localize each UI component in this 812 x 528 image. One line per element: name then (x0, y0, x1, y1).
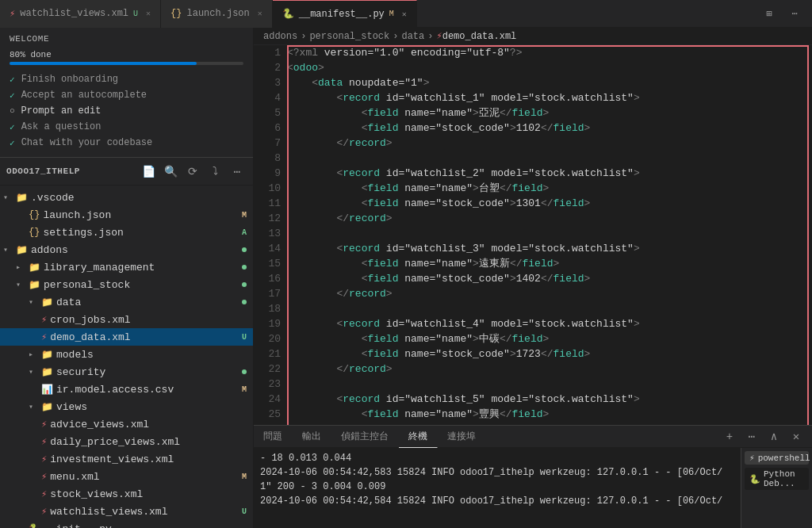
sidebar-item-data[interactable]: ▾ 📁 data (0, 293, 253, 311)
file-label: advice_views.xml (50, 419, 253, 430)
new-folder-button[interactable]: 🔍 (161, 162, 180, 181)
panel-tab-ports[interactable]: 連接埠 (438, 426, 486, 448)
tab-manifest-py[interactable]: 🐍 __manifest__.py M ✕ (273, 0, 417, 28)
checklist-autocomplete[interactable]: ✓ Accept an autocomplete (10, 87, 243, 103)
csv-icon: 📊 (41, 384, 53, 396)
folder-icon: 📁 (29, 262, 40, 274)
code-body[interactable]: <?xml version="1.0" encoding="utf-8"?><o… (287, 45, 812, 425)
sidebar-item-stock-views-xml[interactable]: ⚡ stock_views.xml (0, 485, 253, 503)
sidebar-toolbar: ODOO17_ITHELP 📄 🔍 ⟳ ⤵ ⋯ (0, 158, 253, 186)
breadcrumb-addons[interactable]: addons (263, 31, 297, 42)
new-file-button[interactable]: 📄 (139, 162, 158, 181)
sidebar-item-daily-price-views-xml[interactable]: ⚡ daily_price_views.xml (0, 433, 253, 450)
checklist-prompt-edit[interactable]: ○ Prompt an edit (10, 103, 243, 119)
file-label: data (56, 297, 242, 308)
chevron-down-icon: ▾ (3, 193, 16, 202)
sidebar-item-menu-xml[interactable]: ⚡ menu.xml M (0, 468, 253, 485)
untracked-badge: U (242, 507, 247, 516)
checklist-ask-question[interactable]: ✓ Ask a question (10, 119, 243, 135)
sidebar-item-demo-data-xml[interactable]: ⚡ demo_data.xml U (0, 328, 253, 346)
panel-tab-terminal[interactable]: 終機 (399, 426, 438, 448)
sidebar-item-cron-jobs-xml[interactable]: ⚡ cron_jobs.xml (0, 311, 253, 328)
check-icon: ✓ (10, 122, 15, 132)
tab-label: watchlist_views.xml (20, 8, 128, 19)
file-label: .vscode (31, 192, 253, 204)
rss-icon: ⚡ (41, 488, 47, 500)
file-label: addons (31, 244, 242, 256)
tab-watchlist-views[interactable]: ⚡ watchlist_views.xml U ✕ (0, 0, 161, 28)
file-label: menu.xml (50, 471, 242, 483)
file-label: cron_jobs.xml (50, 314, 253, 326)
checklist-finish-onboarding[interactable]: ✓ Finish onboarding (10, 71, 243, 87)
tab-close-icon[interactable]: ✕ (146, 9, 151, 18)
panel-tab-problems[interactable]: 問題 (254, 426, 293, 448)
rss-icon: ⚡ (41, 314, 47, 326)
circle-icon: ○ (10, 106, 15, 116)
more-options-button[interactable]: ⋯ (228, 162, 247, 181)
split-editor-button[interactable]: ⊞ (758, 2, 780, 25)
code-editor[interactable]: 1234567891011121314151617181920212223242… (254, 45, 812, 425)
file-label: views (56, 401, 253, 413)
sidebar-item-settings-json[interactable]: {} settings.json A (0, 224, 253, 241)
sidebar-item-library-management[interactable]: ▸ 📁 library_management (0, 258, 253, 276)
sidebar-item-vscode[interactable]: ▾ 📁 .vscode (0, 189, 253, 206)
rss-icon: ⚡ (41, 506, 47, 518)
file-label: daily_price_views.xml (50, 436, 253, 448)
sidebar-item-personal-stock[interactable]: ▾ 📁 personal_stock (0, 276, 253, 293)
rss-icon: ⚡ (41, 436, 47, 448)
breadcrumb: addons › personal_stock › data › ⚡ demo_… (254, 28, 812, 45)
rss-icon: ⚡ (10, 8, 15, 20)
sidebar-item-views[interactable]: ▾ 📁 views (0, 398, 253, 415)
tab-close-icon[interactable]: ✕ (258, 9, 262, 18)
sidebar-item-security[interactable]: ▾ 📁 security (0, 363, 253, 381)
file-label: demo_data.xml (50, 331, 242, 343)
tab-close-icon[interactable]: ✕ (402, 10, 407, 19)
panel-output[interactable]: - 18 0.013 0.0442024-10-06 00:54:42,583 … (254, 448, 741, 528)
sidebar-item-ir-model-access-csv[interactable]: 📊 ir.model.access.csv M (0, 381, 253, 398)
panel-right-sidebar: ⚡ powershell 🐍 Python Deb... (741, 448, 812, 528)
file-label: settings.json (43, 227, 242, 239)
checklist-chat-codebase[interactable]: ✓ Chat with your codebase (10, 135, 243, 151)
maximize-panel-button[interactable]: ∧ (764, 427, 783, 446)
rss-icon: ⚡ (41, 331, 47, 343)
close-panel-button[interactable]: ✕ (787, 427, 806, 446)
editor-area: addons › personal_stock › data › ⚡ demo_… (254, 28, 812, 528)
refresh-button[interactable]: ⟳ (183, 162, 202, 181)
modified-dot (242, 300, 247, 304)
progress-bar (10, 62, 243, 65)
modified-badge: M (242, 385, 247, 394)
sidebar-item-init-py[interactable]: 🐍 __init__.py (0, 520, 253, 528)
py-icon: 🐍 (29, 523, 40, 529)
tab-badge: U (133, 10, 138, 18)
sidebar-item-addons[interactable]: ▾ 📁 addons (0, 241, 253, 258)
sidebar-item-watchlist-views-xml[interactable]: ⚡ watchlist_views.xml U (0, 503, 253, 520)
more-panel-actions-button[interactable]: ⋯ (742, 427, 761, 446)
sidebar-item-investment-views-xml[interactable]: ⚡ investment_views.xml (0, 450, 253, 468)
py-icon: 🐍 (282, 8, 294, 20)
rss-icon: ⚡ (41, 453, 47, 465)
folder-icon: 📁 (41, 401, 53, 413)
check-icon: ✓ (10, 138, 15, 148)
sidebar-item-models[interactable]: ▸ 📁 models (0, 346, 253, 363)
add-terminal-button[interactable]: + (720, 427, 739, 446)
powershell-button[interactable]: ⚡ powershell (745, 451, 809, 465)
progress-fill (10, 62, 197, 65)
file-label: ir.model.access.csv (56, 384, 242, 396)
check-icon: ✓ (10, 90, 15, 101)
breadcrumb-data[interactable]: data (401, 31, 424, 42)
panel-tab-debug-console[interactable]: 偵錯主控台 (331, 426, 399, 448)
sidebar-item-advice-views-xml[interactable]: ⚡ advice_views.xml (0, 415, 253, 433)
breadcrumb-icon: ⚡ (436, 30, 442, 42)
sidebar-item-launch-json[interactable]: {} launch.json M (0, 206, 253, 224)
collapse-all-button[interactable]: ⤵ (205, 162, 224, 181)
more-actions-button[interactable]: ⋯ (783, 2, 806, 25)
chevron-down-icon: ▾ (16, 280, 29, 289)
chevron-right-icon: ▸ (29, 350, 41, 359)
tab-launch-json[interactable]: {} launch.json ✕ (161, 0, 273, 28)
breadcrumb-personal-stock[interactable]: personal_stock (309, 31, 389, 42)
breadcrumb-sep: › (301, 31, 306, 42)
rss-icon: ⚡ (41, 419, 47, 430)
breadcrumb-filename: demo_data.xml (442, 31, 517, 42)
panel-tab-output[interactable]: 輸出 (293, 426, 331, 448)
python-debug-button[interactable]: 🐍 Python Deb... (745, 468, 809, 490)
